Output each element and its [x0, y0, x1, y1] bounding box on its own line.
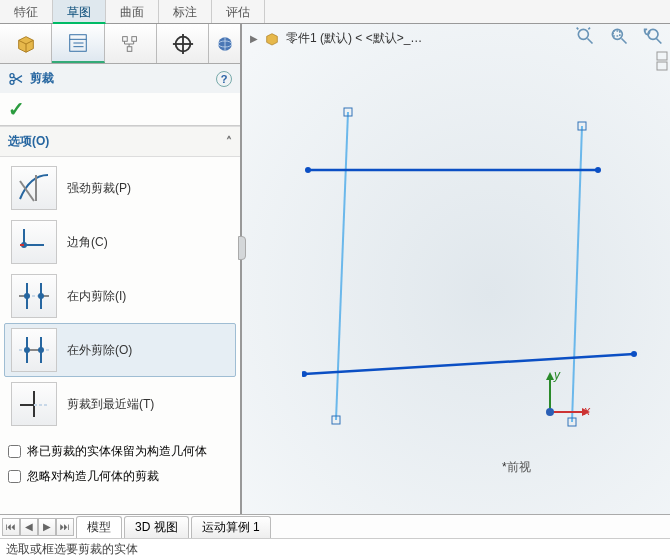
svg-marker-57 [546, 372, 554, 380]
svg-point-52 [302, 371, 307, 377]
status-bar: 选取或框选要剪裁的实体 [0, 538, 670, 558]
heads-up-toolbar [572, 24, 666, 48]
checkbox-label: 忽略对构造几何体的剪裁 [27, 468, 159, 485]
part-icon [264, 31, 280, 47]
zoom-prev-icon [642, 26, 664, 46]
panel-tab-appearance[interactable] [209, 24, 240, 63]
tab-surfaces[interactable]: 曲面 [106, 0, 159, 23]
svg-rect-59 [657, 52, 667, 60]
svg-point-23 [25, 294, 29, 298]
viewport-splitter[interactable] [654, 48, 670, 74]
option-label: 在内剪除(I) [67, 288, 126, 305]
svg-point-31 [39, 348, 43, 352]
options-section-header[interactable]: 选项(O) ˄ [0, 126, 240, 157]
check-keep-as-construction[interactable]: 将已剪裁的实体保留为构造几何体 [0, 439, 240, 464]
graphics-area[interactable]: ▶ 零件1 (默认) < <默认>_… [242, 24, 670, 514]
document-name[interactable]: 零件1 (默认) < <默认>_… [286, 30, 422, 47]
bottom-tab-bar: ⏮ ◀ ▶ ⏭ 模型 3D 视图 运动算例 1 [0, 514, 670, 538]
option-label: 边角(C) [67, 234, 108, 251]
panel-tab-dimxpert[interactable] [157, 24, 209, 63]
scroll-first-button[interactable]: ⏮ [2, 518, 20, 536]
sketch-geometry [302, 104, 670, 444]
tab-evaluate[interactable]: 评估 [212, 0, 265, 23]
list-icon [67, 32, 89, 54]
checkbox[interactable] [8, 470, 21, 483]
bottom-tab-3dview[interactable]: 3D 视图 [124, 516, 189, 538]
chevron-up-icon: ˄ [226, 135, 232, 149]
svg-line-51 [304, 354, 634, 374]
option-power-trim[interactable]: 强劲剪裁(P) [4, 161, 236, 215]
svg-point-53 [631, 351, 637, 357]
tree-icon [119, 33, 141, 55]
option-corner[interactable]: 边角(C) [4, 215, 236, 269]
option-label: 强劲剪裁(P) [67, 180, 131, 197]
options-section-title: 选项(O) [8, 133, 49, 150]
ok-button[interactable]: ✓ [8, 98, 25, 120]
svg-line-42 [336, 112, 348, 420]
svg-point-58 [546, 408, 554, 416]
box-icon [15, 33, 37, 55]
splitter-icon [656, 51, 668, 71]
panel-tab-strip [0, 24, 240, 64]
command-manager-tabs: 特征 草图 曲面 标注 评估 [0, 0, 670, 24]
svg-rect-4 [123, 36, 128, 41]
svg-point-50 [595, 167, 601, 173]
tab-features[interactable]: 特征 [0, 0, 53, 23]
svg-line-38 [622, 39, 627, 44]
status-text: 选取或框选要剪裁的实体 [6, 542, 138, 556]
globe-icon [216, 35, 234, 53]
panel-splitter[interactable] [238, 236, 246, 260]
svg-line-36 [588, 39, 593, 44]
scroll-next-button[interactable]: ▶ [38, 518, 56, 536]
property-manager: 剪裁 ? ✓ 选项(O) ˄ 强劲剪裁(P) [0, 24, 242, 514]
trim-options-list: 强劲剪裁(P) 边角(C) 在内剪除(I) 在外剪除(O) [0, 157, 240, 439]
power-trim-icon [16, 171, 52, 205]
svg-line-41 [656, 39, 661, 44]
panel-tab-configuration[interactable] [105, 24, 157, 63]
scroll-last-button[interactable]: ⏭ [56, 518, 74, 536]
zoom-fit-icon [574, 26, 596, 46]
tab-annotate[interactable]: 标注 [159, 0, 212, 23]
help-button[interactable]: ? [216, 71, 232, 87]
zoom-window-icon [608, 26, 630, 46]
panel-tab-property-manager[interactable] [52, 24, 104, 63]
checkbox-label: 将已剪裁的实体保留为构造几何体 [27, 443, 207, 460]
view-orientation-label: *前视 [502, 459, 531, 476]
flyout-tree-toggle[interactable]: ▶ [250, 33, 258, 44]
option-trim-inside[interactable]: 在内剪除(I) [4, 269, 236, 323]
tab-sketch[interactable]: 草图 [53, 0, 106, 24]
svg-point-24 [39, 294, 43, 298]
option-label: 在外剪除(O) [67, 342, 132, 359]
bottom-tab-motion[interactable]: 运动算例 1 [191, 516, 271, 538]
target-icon [172, 33, 194, 55]
bottom-tab-model[interactable]: 模型 [76, 516, 122, 538]
zoom-window-button[interactable] [606, 24, 632, 48]
option-trim-nearest[interactable]: 剪裁到最近端(T) [4, 377, 236, 431]
scroll-prev-button[interactable]: ◀ [20, 518, 38, 536]
option-trim-outside[interactable]: 在外剪除(O) [4, 323, 236, 377]
svg-rect-5 [132, 36, 137, 41]
svg-rect-60 [657, 62, 667, 70]
svg-rect-6 [127, 46, 132, 51]
axis-label-x: x [584, 404, 590, 418]
svg-point-49 [305, 167, 311, 173]
axis-label-y: y [554, 368, 560, 382]
svg-rect-39 [613, 31, 620, 36]
checkbox[interactable] [8, 445, 21, 458]
zoom-to-fit-button[interactable] [572, 24, 598, 48]
option-label: 剪裁到最近端(T) [67, 396, 154, 413]
svg-point-35 [578, 29, 588, 39]
trim-inside-icon [16, 279, 52, 313]
scissors-icon [8, 71, 24, 87]
view-triad [542, 372, 590, 420]
trim-outside-icon [16, 333, 52, 367]
corner-trim-icon [16, 225, 52, 259]
panel-tab-feature-manager[interactable] [0, 24, 52, 63]
previous-view-button[interactable] [640, 24, 666, 48]
svg-point-30 [25, 348, 29, 352]
check-ignore-construction[interactable]: 忽略对构造几何体的剪裁 [0, 464, 240, 489]
feature-title: 剪裁 [30, 70, 54, 87]
trim-nearest-icon [16, 387, 52, 421]
svg-line-14 [20, 181, 34, 201]
